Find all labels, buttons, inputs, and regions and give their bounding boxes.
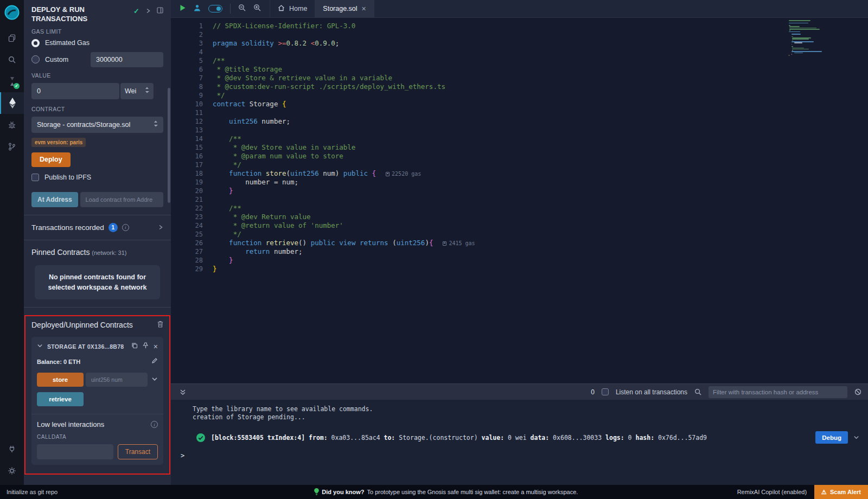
minimap[interactable] xyxy=(789,20,824,56)
value-label: VALUE xyxy=(31,72,163,79)
remove-instance-icon[interactable] xyxy=(154,343,158,350)
ai-assistant-icon[interactable] xyxy=(194,4,201,14)
terminal-line: creation of Storage pending... xyxy=(193,413,860,421)
panel-title: DEPLOY & RUN TRANSACTIONS xyxy=(31,5,117,24)
minimap-line xyxy=(792,44,792,45)
transact-button[interactable]: Transact xyxy=(118,444,158,459)
zoom-out-icon[interactable] xyxy=(238,4,246,14)
tab-home-label: Home xyxy=(289,5,307,12)
value-input[interactable] xyxy=(31,83,119,99)
trash-icon[interactable] xyxy=(157,321,163,329)
minimap-line xyxy=(789,33,824,34)
publish-ipfs-checkbox[interactable] xyxy=(31,174,39,181)
value-unit-select[interactable]: Wei xyxy=(120,83,154,99)
transactions-count-badge: 1 xyxy=(108,223,118,232)
line-number: 13 xyxy=(171,126,203,135)
line-number: 6 xyxy=(171,65,203,74)
instance-collapse-icon[interactable] xyxy=(37,342,43,350)
code-line: * @title Storage xyxy=(213,65,475,74)
deploy-button[interactable]: Deploy xyxy=(31,152,71,167)
code-line: function retrieve() public view returns … xyxy=(213,239,475,247)
tx-success-check-icon xyxy=(196,433,206,443)
listen-count: 0 xyxy=(591,388,595,396)
code-line: } xyxy=(213,256,475,265)
close-tab-icon[interactable] xyxy=(362,5,366,12)
remix-logo-icon[interactable] xyxy=(4,4,20,21)
plugin-manager-icon[interactable] xyxy=(0,438,24,460)
panel-next-icon[interactable] xyxy=(145,7,151,15)
expand-tx-icon[interactable] xyxy=(853,434,859,440)
file-explorer-icon[interactable] xyxy=(0,27,24,49)
line-number: 23 xyxy=(171,213,203,221)
tab-storage-sol[interactable]: Storage.sol xyxy=(315,0,374,17)
at-address-input[interactable] xyxy=(80,192,163,207)
line-number: 15 xyxy=(171,143,203,152)
zoom-in-icon[interactable] xyxy=(253,4,261,14)
terminal[interactable]: Type the library name to see available c… xyxy=(171,400,868,485)
store-function-button[interactable]: store xyxy=(37,373,84,387)
listen-all-checkbox[interactable] xyxy=(602,388,609,395)
minimap-line xyxy=(789,55,789,56)
terminal-search-icon[interactable] xyxy=(694,388,701,395)
home-icon xyxy=(278,4,285,13)
deploy-run-panel: DEPLOY & RUN TRANSACTIONS GAS LIMIT Esti… xyxy=(24,0,171,485)
solidity-compiler-icon[interactable] xyxy=(0,71,24,92)
edit-balance-icon[interactable] xyxy=(151,357,158,366)
search-icon[interactable] xyxy=(0,49,24,71)
run-script-icon[interactable] xyxy=(180,4,186,14)
transactions-expand-icon[interactable] xyxy=(158,223,163,232)
pin-panel-icon[interactable] xyxy=(157,7,163,15)
tab-home[interactable]: Home xyxy=(270,0,315,17)
estimated-gas-radio[interactable] xyxy=(31,39,40,47)
retrieve-function-button[interactable]: retrieve xyxy=(37,392,84,406)
copilot-status[interactable]: RemixAI Copilot (enabled) xyxy=(730,489,814,495)
low-level-info-icon[interactable] xyxy=(151,421,158,428)
calldata-input[interactable] xyxy=(37,444,113,459)
tx-log-row[interactable]: [block:5583405 txIndex:4] from: 0xa03...… xyxy=(196,431,860,444)
calldata-label: CALLDATA xyxy=(37,434,158,440)
custom-gas-radio[interactable] xyxy=(31,55,40,63)
at-address-button[interactable]: At Address xyxy=(31,192,78,207)
settings-icon[interactable] xyxy=(0,460,24,482)
git-init-button[interactable]: Initialize as git repo xyxy=(0,489,163,495)
code-editor[interactable]: 1234567891011121314151617181920212223242… xyxy=(171,18,868,383)
custom-gas-input[interactable] xyxy=(91,52,163,67)
panel-scrollbar[interactable] xyxy=(168,88,170,203)
transactions-info-icon[interactable] xyxy=(122,224,129,231)
code-line xyxy=(213,30,475,39)
pin-contract-icon[interactable] xyxy=(143,342,149,350)
code-line: */ xyxy=(213,230,475,239)
sort-arrows-icon xyxy=(154,120,158,129)
minimap-line xyxy=(789,35,824,36)
copy-address-icon[interactable] xyxy=(131,342,138,350)
terminal-prompt[interactable]: > xyxy=(181,452,860,459)
transaction-filter-input[interactable] xyxy=(709,386,847,398)
debugger-icon[interactable] xyxy=(0,114,24,136)
tab-file-label: Storage.sol xyxy=(323,5,357,12)
gas-estimate-annotation[interactable]: 2415 gas xyxy=(443,240,475,246)
minimap-line xyxy=(792,41,814,42)
debug-button[interactable]: Debug xyxy=(815,431,848,444)
copilot-toggle[interactable] xyxy=(208,5,222,12)
clear-console-icon[interactable] xyxy=(854,388,861,395)
contract-select[interactable]: Storage - contracts/Storage.sol xyxy=(31,117,163,133)
minimap-line xyxy=(789,30,790,31)
line-number: 7 xyxy=(171,74,203,82)
tip-text: To prototype using the Gnosis safe multi… xyxy=(367,489,578,495)
main-area: Home Storage.sol 12345678910111213141516… xyxy=(171,0,868,485)
store-param-input[interactable] xyxy=(86,373,148,387)
deploy-run-icon[interactable] xyxy=(0,92,24,114)
instance-title: STORAGE AT 0X136...8B78 xyxy=(47,343,127,350)
minimap-line xyxy=(789,29,820,30)
line-number: 11 xyxy=(171,108,203,117)
scam-alert-button[interactable]: Scam Alert xyxy=(814,485,868,499)
code-line xyxy=(213,48,475,56)
source-control-icon[interactable] xyxy=(0,136,24,157)
minimap-line xyxy=(789,20,810,21)
pinned-empty-message: No pinned contracts found for selected w… xyxy=(35,265,160,300)
line-number: 28 xyxy=(171,256,203,265)
expand-params-icon[interactable] xyxy=(151,376,158,384)
warning-icon xyxy=(821,489,827,496)
gas-estimate-annotation[interactable]: 22520 gas xyxy=(386,171,421,177)
collapse-terminal-icon[interactable] xyxy=(180,389,186,395)
